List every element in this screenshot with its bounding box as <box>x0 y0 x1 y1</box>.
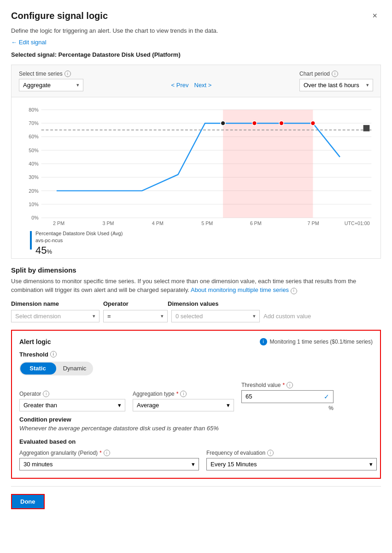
edit-signal-link[interactable]: Edit signal <box>11 39 47 46</box>
aggregation-granularity-select[interactable]: 30 minutes ▾ <box>19 458 199 470</box>
alert-logic-title: Alert logic <box>19 338 51 345</box>
close-button[interactable]: × <box>369 9 381 23</box>
operator-group: Operator i Greater than ▾ <box>19 391 125 411</box>
condition-preview-title: Condition preview <box>19 416 373 423</box>
frequency-label: Frequency of evaluation i <box>206 450 377 456</box>
aggregation-info-icon[interactable]: i <box>180 391 187 397</box>
dim-headers: Dimension name Operator Dimension values <box>11 300 381 307</box>
required-star: * <box>176 391 179 397</box>
split-dimensions-desc: Use dimensions to monitor specific time … <box>11 277 381 295</box>
chevron-down-icon: ▾ <box>161 313 164 319</box>
chevron-down-icon: ▾ <box>76 82 79 88</box>
done-button[interactable]: Done <box>11 494 45 509</box>
required-star: * <box>282 382 285 388</box>
prev-button[interactable]: < Prev <box>171 82 189 89</box>
chevron-down-icon: ▾ <box>93 313 95 319</box>
dimension-name-select[interactable]: Select dimension ▾ <box>11 310 99 322</box>
svg-text:30%: 30% <box>29 174 39 180</box>
svg-text:20%: 20% <box>29 188 39 194</box>
legend-name: Percentage Datastore Disk Used (Avg) <box>35 230 123 237</box>
chart-period-select[interactable]: Over the last 6 hours ▾ <box>299 79 373 91</box>
operator-select[interactable]: = ▾ <box>103 310 168 322</box>
condition-preview-text: Whenever the average percentage datastor… <box>19 425 373 432</box>
svg-text:6 PM: 6 PM <box>250 220 262 226</box>
toggle-static-option[interactable]: Static <box>19 362 56 375</box>
evaluated-form-row: Aggregation granularity (Period) * i 30 … <box>19 450 373 470</box>
svg-text:60%: 60% <box>29 134 39 139</box>
svg-text:4 PM: 4 PM <box>152 220 164 226</box>
threshold-value-label: Threshold value * i <box>241 382 333 388</box>
chevron-down-icon: ▾ <box>366 82 369 88</box>
aggregation-granularity-label: Aggregation granularity (Period) * i <box>19 450 199 456</box>
chevron-down-icon: ▾ <box>192 461 195 468</box>
svg-text:40%: 40% <box>29 161 39 166</box>
svg-text:70%: 70% <box>29 120 39 126</box>
aggregation-type-label: Aggregation type * i <box>133 391 234 397</box>
dimension-row: Select dimension ▾ = ▾ 0 selected ▾ Add … <box>11 310 381 322</box>
operator-header: Operator <box>103 300 168 307</box>
svg-text:80%: 80% <box>29 107 39 113</box>
threshold-value-input[interactable]: 65 ✓ <box>241 390 333 403</box>
time-series-group: Select time series i Aggregate ▾ <box>19 71 83 91</box>
legend-sub: avs-pc-ncus <box>35 237 123 244</box>
divider <box>11 486 381 487</box>
alert-logic-form-row: Operator i Greater than ▾ Aggregation ty… <box>19 382 373 411</box>
svg-text:50%: 50% <box>29 148 39 153</box>
chevron-down-icon: ▾ <box>118 402 121 409</box>
monitoring-badge: i Monitoring 1 time series ($0.1/time se… <box>260 338 373 345</box>
panel-header: Configure signal logic × <box>11 9 381 23</box>
threshold-toggle[interactable]: Static Dynamic <box>19 362 93 375</box>
frequency-select[interactable]: Every 15 Minutes ▾ <box>206 458 377 470</box>
panel-title: Configure signal logic <box>11 11 108 21</box>
alert-logic-header: Alert logic i Monitoring 1 time series (… <box>19 338 373 345</box>
chart-area: 80% 70% 60% 50% 40% 30% 20% 10% 0% <box>11 97 381 259</box>
chart-period-group: Chart period i Over the last 6 hours ▾ <box>299 71 373 91</box>
monitoring-link-info-icon[interactable]: i <box>291 288 297 294</box>
next-button[interactable]: Next > <box>194 82 212 89</box>
subtitle-text: Define the logic for triggering an alert… <box>11 27 381 34</box>
chevron-down-icon: ▾ <box>253 313 256 319</box>
svg-text:3 PM: 3 PM <box>102 220 114 226</box>
aggregation-select-box[interactable]: Average ▾ <box>133 399 234 411</box>
chevron-down-icon: ▾ <box>227 402 230 409</box>
toggle-dynamic-option[interactable]: Dynamic <box>56 362 93 375</box>
svg-text:2 PM: 2 PM <box>53 220 64 226</box>
operator-select-box[interactable]: Greater than ▾ <box>19 399 125 411</box>
svg-rect-25 <box>363 125 370 131</box>
aggregation-granularity-group: Aggregation granularity (Period) * i 30 … <box>19 450 199 470</box>
svg-text:UTC+01:00: UTC+01:00 <box>345 220 370 226</box>
svg-text:10%: 10% <box>29 202 39 207</box>
granularity-info-icon[interactable]: i <box>104 450 110 456</box>
evaluated-based-on-title: Evaluated based on <box>19 438 373 445</box>
check-icon: ✓ <box>324 393 329 400</box>
svg-point-23 <box>310 121 315 125</box>
chevron-down-icon: ▾ <box>369 461 373 468</box>
split-dimensions-section: Split by dimensions Use dimensions to mo… <box>11 266 381 322</box>
time-series-info-icon[interactable]: i <box>64 71 71 77</box>
operator-info-icon[interactable]: i <box>43 391 49 397</box>
dimension-values-select[interactable]: 0 selected ▾ <box>171 310 260 322</box>
threshold-info-icon[interactable]: i <box>50 351 57 357</box>
dim-name-header: Dimension name <box>11 300 103 307</box>
chart-period-info-icon[interactable]: i <box>332 71 338 77</box>
time-series-select[interactable]: Aggregate ▾ <box>19 79 83 91</box>
chart-nav-buttons: < Prev Next > <box>83 73 299 89</box>
selected-signal-label: Selected signal: Percentage Datastore Di… <box>11 51 381 58</box>
aggregation-type-group: Aggregation type * i Average ▾ <box>133 391 234 411</box>
split-dimensions-title: Split by dimensions <box>11 266 381 274</box>
threshold-value-info-icon[interactable]: i <box>287 382 293 388</box>
svg-text:7 PM: 7 PM <box>308 220 319 226</box>
monitoring-link[interactable]: About monitoring multiple time series <box>191 286 289 293</box>
legend-info: Percentage Datastore Disk Used (Avg) avs… <box>35 230 123 256</box>
info-circle-icon: i <box>260 338 267 345</box>
operator-label: Operator i <box>19 391 125 397</box>
svg-text:0%: 0% <box>31 215 39 220</box>
svg-text:5 PM: 5 PM <box>201 220 213 226</box>
svg-point-22 <box>279 121 284 125</box>
frequency-info-icon[interactable]: i <box>267 450 274 456</box>
threshold-value-group: Threshold value * i 65 ✓ % <box>241 382 333 411</box>
required-star: * <box>99 450 102 456</box>
svg-point-21 <box>252 121 257 125</box>
alert-logic-section: Alert logic i Monitoring 1 time series (… <box>11 330 381 479</box>
add-custom-value-link[interactable]: Add custom value <box>263 313 311 320</box>
